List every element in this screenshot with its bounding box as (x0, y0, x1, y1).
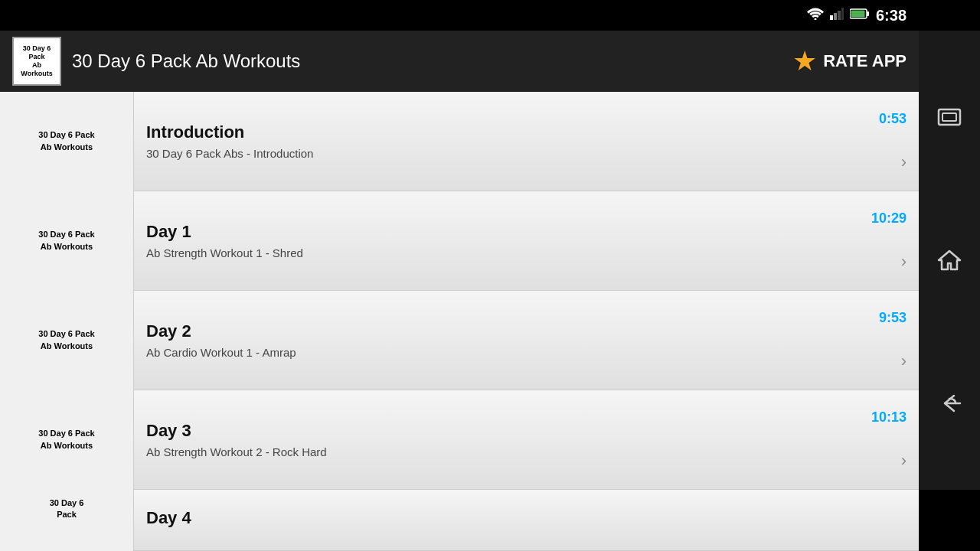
workout-info: Day 3 Ab Strength Workout 2 - Rock Hard (134, 412, 871, 468)
workout-info: Day 1 Ab Strength Workout 1 - Shred (134, 213, 871, 269)
svg-rect-3 (838, 11, 841, 20)
status-time: 6:38 (876, 7, 906, 24)
status-bar: 6:38 (0, 0, 919, 31)
chevron-right-icon: › (901, 252, 906, 272)
svg-point-0 (814, 18, 816, 21)
list-item[interactable]: 30 Day 6 Pack Ab Workouts Day 1 Ab Stren… (0, 191, 919, 291)
workout-subtitle: Ab Strength Workout 2 - Rock Hard (146, 445, 859, 458)
workout-right: 10:29 › (871, 210, 906, 272)
workout-duration: 9:53 (879, 310, 906, 326)
workout-subtitle: Ab Cardio Workout 1 - Amrap (146, 346, 867, 359)
svg-rect-4 (841, 8, 844, 20)
chevron-right-icon: › (901, 351, 906, 371)
workout-list: 30 Day 6 Pack Ab Workouts Introduction 3… (0, 92, 919, 551)
chevron-right-icon: › (901, 451, 906, 471)
back-button[interactable] (933, 386, 966, 420)
workout-duration: 10:29 (871, 210, 906, 227)
list-item[interactable]: 30 Day 6 Pack Ab Workouts Day 2 Ab Cardi… (0, 291, 919, 390)
workout-thumbnail: 30 Day 6 Pack Ab Workouts (0, 92, 134, 191)
svg-rect-7 (851, 11, 864, 18)
workout-title: Day 3 (146, 421, 859, 441)
star-icon: ★ (792, 45, 817, 77)
workout-title: Day 1 (146, 222, 859, 242)
workout-title: Day 4 (146, 508, 894, 528)
workout-thumbnail: 30 Day 6 Pack Ab Workouts (0, 390, 134, 490)
chevron-right-icon: › (901, 152, 906, 172)
header-left: 30 Day 6 Pack Ab Workouts 30 Day 6 Pack … (12, 37, 300, 86)
workout-right: 0:53 › (879, 111, 906, 172)
svg-rect-2 (834, 13, 837, 20)
workout-title: Introduction (146, 122, 867, 142)
workout-right: 10:13 › (871, 409, 906, 471)
battery-icon (850, 8, 870, 22)
workout-thumbnail: 30 Day 6 Pack (0, 490, 134, 551)
workout-thumbnail: 30 Day 6 Pack Ab Workouts (0, 291, 134, 390)
recent-apps-button[interactable] (933, 100, 966, 134)
svg-rect-1 (830, 15, 833, 20)
svg-rect-6 (867, 11, 869, 16)
workout-duration: 0:53 (879, 111, 906, 127)
list-item[interactable]: 30 Day 6 Pack Day 4 (0, 490, 919, 551)
workout-info: Day 2 Ab Cardio Workout 1 - Amrap (134, 312, 879, 368)
wifi-icon (807, 8, 824, 23)
workout-info: Day 4 (134, 499, 906, 542)
nav-bar (919, 31, 980, 490)
workout-thumbnail: 30 Day 6 Pack Ab Workouts (0, 191, 134, 291)
app-title: 30 Day 6 Pack Ab Workouts (72, 51, 300, 72)
rate-app-button[interactable]: ★ RATE APP (792, 45, 906, 77)
main-area: 30 Day 6 Pack Ab Workouts 30 Day 6 Pack … (0, 31, 980, 551)
app-header: 30 Day 6 Pack Ab Workouts 30 Day 6 Pack … (0, 31, 919, 92)
workout-subtitle: 30 Day 6 Pack Abs - Introduction (146, 147, 867, 160)
workout-info: Introduction 30 Day 6 Pack Abs - Introdu… (134, 113, 879, 169)
app-icon: 30 Day 6 Pack Ab Workouts (12, 37, 61, 86)
svg-rect-9 (942, 113, 956, 121)
signal-icon (830, 8, 844, 23)
list-item[interactable]: 30 Day 6 Pack Ab Workouts Introduction 3… (0, 92, 919, 191)
workout-right: 9:53 › (879, 310, 906, 371)
workout-title: Day 2 (146, 321, 867, 341)
workout-duration: 10:13 (871, 409, 906, 425)
workout-subtitle: Ab Strength Workout 1 - Shred (146, 246, 859, 259)
list-item[interactable]: 30 Day 6 Pack Ab Workouts Day 3 Ab Stren… (0, 390, 919, 490)
home-button[interactable] (933, 243, 966, 277)
rate-app-label: RATE APP (823, 51, 906, 71)
